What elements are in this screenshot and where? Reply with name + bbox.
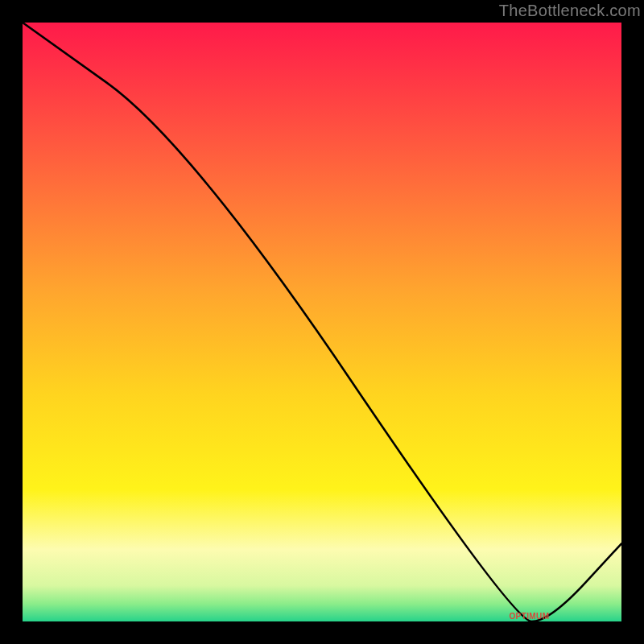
- optimum-annotation: OPTIMUM: [509, 612, 549, 621]
- chart-area: [23, 23, 621, 621]
- chart-svg: [23, 23, 621, 621]
- watermark-text: TheBottleneck.com: [499, 2, 641, 20]
- chart-background: [23, 23, 621, 621]
